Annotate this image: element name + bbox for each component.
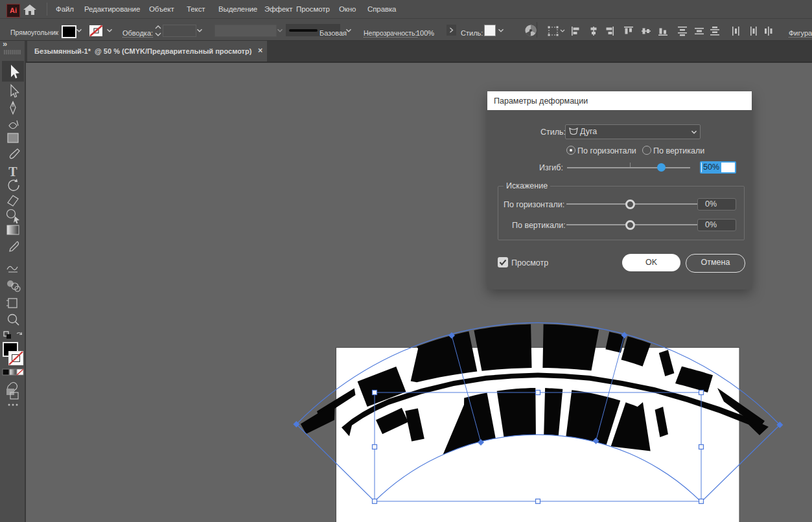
svg-text:T: T (8, 165, 17, 179)
